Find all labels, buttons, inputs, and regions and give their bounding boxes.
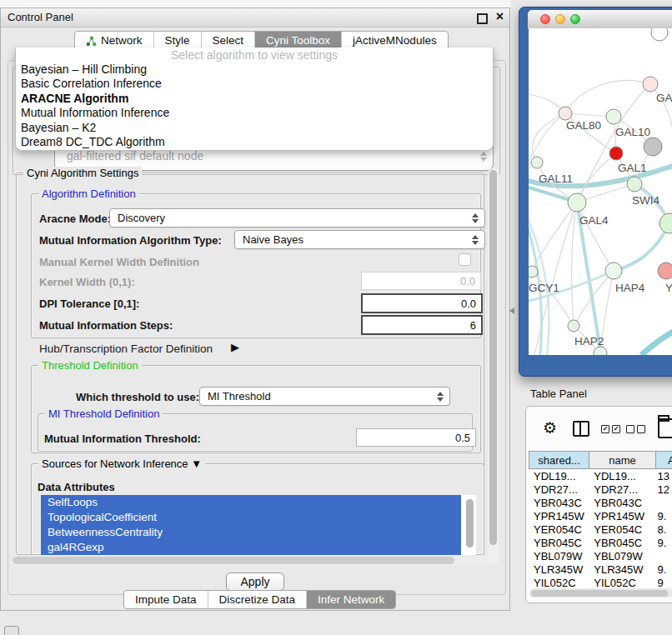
table-horizontal-scrollbar[interactable] <box>529 588 672 598</box>
network-node[interactable] <box>559 107 572 120</box>
network-node[interactable] <box>644 138 662 156</box>
column-header-shared[interactable]: shared... <box>529 451 589 469</box>
select-all-columns-icon[interactable]: ✓ ✓ <box>601 425 620 433</box>
zoom-window-icon[interactable] <box>570 14 580 24</box>
table-header-row: shared... name A <box>529 451 672 469</box>
network-node-label: HAP2 <box>574 335 604 348</box>
table-row[interactable]: YBR043CYBR043C <box>529 497 672 510</box>
table-cell: YIL052C <box>529 577 589 588</box>
data-attribute-item[interactable]: TopologicalCoefficient <box>41 510 461 525</box>
manual-kernel-checkbox[interactable] <box>459 253 471 266</box>
close-window-icon[interactable] <box>540 14 550 24</box>
algorithm-option[interactable]: Dream8 DC_TDC Algorithm <box>16 135 493 149</box>
mi-type-combo[interactable]: Naive Bayes <box>234 230 485 249</box>
close-icon[interactable]: × <box>496 9 504 24</box>
tab-impute-data[interactable]: Impute Data <box>124 591 208 608</box>
tab-discretize-data[interactable]: Discretize Data <box>208 591 308 608</box>
network-canvas[interactable]: GALGAL80GAL10GAL1GAL11SWI4GAL4GCY1HAP4YH… <box>529 28 672 355</box>
kernel-width-label: Kernel Width (0,1): <box>39 276 135 288</box>
checked-box-icon: ✓ <box>612 425 620 433</box>
algorithm-definition-title: Algorithm Definition <box>38 188 139 200</box>
network-node[interactable] <box>643 77 658 92</box>
settings-vertical-scrollbar[interactable] <box>488 168 499 565</box>
kernel-width-field[interactable]: 0.0 <box>361 272 481 290</box>
network-node[interactable] <box>531 157 543 168</box>
deselect-all-columns-icon[interactable] <box>626 425 645 433</box>
network-view-window[interactable]: GALGAL80GAL10GAL1GAL11SWI4GAL4GCY1HAP4YH… <box>519 7 672 377</box>
float-panel-icon[interactable] <box>477 13 488 24</box>
network-node[interactable] <box>606 109 621 124</box>
expanded-arrow-icon[interactable]: ▼ <box>191 458 202 470</box>
table-cell: YLR345W <box>589 563 654 577</box>
algorithm-option[interactable]: Bayesian – Hill Climbing <box>16 62 493 77</box>
network-window-titlebar[interactable] <box>528 10 672 29</box>
which-threshold-combo[interactable]: MI Threshold <box>199 387 450 406</box>
network-node[interactable] <box>529 266 538 278</box>
network-node[interactable] <box>651 28 668 41</box>
settings-horizontal-scrollbar[interactable] <box>11 555 488 566</box>
gear-icon[interactable]: ⚙ <box>543 419 557 436</box>
aracne-mode-combo[interactable]: Discovery <box>109 208 485 228</box>
data-attributes-list[interactable]: SelfLoopsTopologicalCoefficientBetweenne… <box>41 495 476 555</box>
dpi-tolerance-field[interactable]: 0.0 <box>361 293 483 313</box>
network-node-label: GAL <box>656 92 672 104</box>
algorithm-option[interactable]: Mutual Information Inference <box>16 106 493 120</box>
table-cell <box>654 497 672 510</box>
table-row[interactable]: YPR145WYPR145W9. <box>529 510 672 523</box>
table-panel: ⚙ ✓ ✓ shared... name A YDL19...YDL19...1… <box>525 406 672 603</box>
apply-button-label: Apply <box>240 575 269 588</box>
attribute-list-scrollbar[interactable] <box>466 499 474 548</box>
cyni-settings-title: Cyni Algorithm Settings <box>23 167 142 179</box>
collapsed-arrow-icon[interactable]: ▶ <box>231 341 239 353</box>
mi-steps-field[interactable]: 6 <box>361 315 483 335</box>
table-row[interactable]: YDR27...YDR27...12 <box>529 483 672 497</box>
data-attribute-item[interactable]: BetweennessCentrality <box>41 525 461 540</box>
table-row[interactable]: YBL079WYBL079W <box>529 550 672 563</box>
algorithm-option[interactable]: Basic Correlation Inference <box>16 77 493 91</box>
bottom-tabs: Impute Data Discretize Data Infer Networ… <box>123 590 396 609</box>
algorithm-list: Bayesian – Hill ClimbingBasic Correlatio… <box>16 62 493 149</box>
split-pane-collapse-handle[interactable] <box>509 308 514 314</box>
table-panel-title: Table Panel <box>530 388 587 400</box>
table-cell: YIL052C <box>589 577 654 588</box>
data-attribute-item[interactable]: gal4RGexp <box>41 540 461 555</box>
aracne-mode-value: Discovery <box>118 212 165 224</box>
columns-icon[interactable] <box>573 421 589 437</box>
combo-stepper-icon <box>437 392 444 402</box>
data-attribute-item[interactable]: SelfLoops <box>41 495 461 510</box>
which-threshold-label: Which threshold to use: <box>76 391 199 403</box>
minimized-panel-icon[interactable] <box>4 626 19 635</box>
hub-section-label[interactable]: Hub/Transcription Factor Definition <box>39 342 213 355</box>
table-row[interactable]: YER054CYER054C8. <box>529 523 672 537</box>
algorithm-option[interactable]: ARACNE Algorithm <box>16 92 493 106</box>
table-row[interactable]: YBR045CYBR045C9. <box>529 537 672 550</box>
dpi-tolerance-label: DPI Tolerance [0,1]: <box>39 298 139 310</box>
table-row[interactable]: YIL052CYIL052C9 <box>529 577 672 588</box>
network-node[interactable] <box>627 177 642 192</box>
mi-threshold-field[interactable]: 0.5 <box>356 428 476 447</box>
table-cell <box>654 550 672 563</box>
table-cell: YDL19... <box>529 470 589 483</box>
network-node[interactable] <box>659 213 672 233</box>
network-node[interactable] <box>568 193 586 212</box>
apply-button[interactable]: Apply <box>226 572 284 591</box>
threshold-definition-title: Threshold Definition <box>38 359 142 372</box>
table-cell: 9. <box>654 563 672 577</box>
network-node[interactable] <box>605 262 622 279</box>
network-node-label: HAP4 <box>615 282 645 294</box>
network-node[interactable] <box>658 262 672 279</box>
network-node[interactable] <box>568 320 579 332</box>
network-node[interactable] <box>609 147 623 160</box>
column-header-partial[interactable]: A <box>656 451 672 469</box>
table-row[interactable]: YLR345WYLR345W9. <box>529 563 672 577</box>
tab-infer-network[interactable]: Infer Network <box>307 591 395 608</box>
algorithm-option[interactable]: Bayesian – K2 <box>16 121 493 135</box>
sources-title: Sources for Network Inference ▼ <box>38 458 205 470</box>
minimize-window-icon[interactable] <box>555 14 565 24</box>
table-row[interactable]: YDL19...YDL19...13 <box>529 470 672 483</box>
column-header-name[interactable]: name <box>589 451 656 469</box>
control-panel-titlebar: Control Panel × <box>1 8 509 28</box>
new-table-icon[interactable] <box>658 418 672 438</box>
unchecked-box-icon <box>637 425 645 433</box>
unchecked-box-icon <box>626 425 634 433</box>
